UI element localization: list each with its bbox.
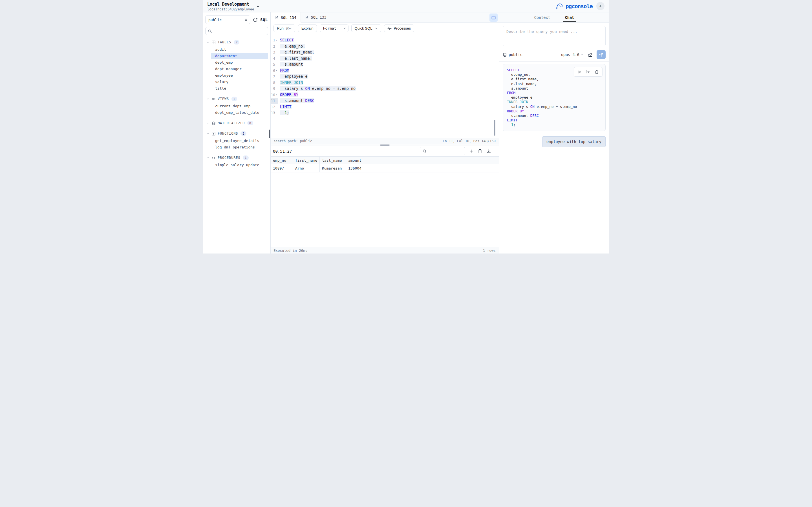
processes-button[interactable]: Processes — [384, 24, 414, 32]
sidebar-item-salary[interactable]: salary — [211, 78, 268, 85]
editor-line-2[interactable]: 2▾ e.emp_no, — [271, 43, 499, 50]
gutter-line-4[interactable]: 4▾ — [271, 55, 278, 62]
format-button[interactable]: Format — [320, 24, 349, 32]
sidebar-scrollbar[interactable] — [269, 129, 270, 138]
add-row-icon[interactable] — [469, 149, 474, 154]
results-search[interactable] — [420, 147, 465, 155]
editor-line-4[interactable]: 4▾ e.last_name, — [271, 55, 499, 62]
section-header-functions[interactable]: FUNCTIONS2 — [205, 130, 268, 137]
section-label: FUNCTIONS — [218, 131, 238, 135]
copy-sql-icon[interactable] — [595, 70, 599, 74]
column-header-last_name[interactable]: last_name — [320, 157, 346, 164]
fold-marker[interactable]: ▾ — [275, 37, 278, 43]
editor-line-11[interactable]: 11▾ s.amount DESC — [271, 98, 499, 104]
run-shortcut: ⌘↵ — [286, 26, 292, 31]
gutter-line-11[interactable]: 11▾ — [271, 98, 278, 104]
context-schema[interactable]: public — [503, 52, 522, 57]
gutter-line-8[interactable]: 8▾ — [271, 80, 278, 86]
schema-select[interactable]: public — [205, 15, 250, 24]
editor-line-5[interactable]: 5▾ s.amount — [271, 61, 499, 68]
gutter-line-5[interactable]: 5▾ — [271, 61, 278, 68]
editor-line-1[interactable]: 1▾SELECT — [271, 37, 499, 43]
sidebar-item-employee[interactable]: employee — [211, 72, 268, 78]
sidebar-item-audit[interactable]: audit — [211, 46, 268, 53]
section-header-views[interactable]: VIEWS2 — [205, 96, 268, 102]
run-sql-play-icon[interactable] — [577, 70, 581, 74]
editor-tab-sql-134[interactable]: SQL 134 — [271, 12, 301, 22]
sql-mode-label[interactable]: SQL — [260, 17, 268, 22]
section-header-procedures[interactable]: PROCEDURES1 — [205, 154, 268, 161]
section-header-tables[interactable]: TABLES7 — [205, 39, 268, 46]
fold-marker[interactable]: ▾ — [275, 92, 278, 98]
gutter-line-6[interactable]: 6▾ — [271, 68, 278, 74]
editor-line-3[interactable]: 3▾ e.first_name, — [271, 49, 499, 55]
editor-line-12[interactable]: 12▾LIMIT — [271, 104, 499, 110]
result-timer-tab[interactable]: 00:51:27 — [273, 149, 292, 154]
table-row[interactable]: 10897ArnoKumaresan136004 — [271, 164, 499, 172]
download-results-icon[interactable] — [486, 149, 491, 154]
gutter-line-3[interactable]: 3▾ — [271, 49, 278, 55]
sidebar-search-input[interactable] — [214, 29, 266, 33]
gutter-line-13[interactable]: 13▾ — [271, 110, 278, 116]
results-search-input[interactable] — [428, 149, 462, 153]
explain-button[interactable]: Explain — [298, 24, 317, 32]
sidebar-item-dept_emp[interactable]: dept_emp — [211, 59, 268, 66]
model-select[interactable]: opus-4.6 — [561, 52, 583, 57]
user-message[interactable]: employee with top salary — [542, 136, 606, 147]
table-cell[interactable]: Kumaresan — [320, 164, 346, 172]
sidebar-item-current_dept_emp[interactable]: current_dept_emp — [211, 103, 268, 109]
gutter-line-2[interactable]: 2▾ — [271, 43, 278, 50]
sidebar-item-dept_manager[interactable]: dept_manager — [211, 66, 268, 72]
split-view-button[interactable] — [490, 13, 498, 22]
editor-line-7[interactable]: 7▾ employee e — [271, 73, 499, 80]
avatar[interactable]: A — [596, 2, 605, 10]
gutter-line-1[interactable]: 1▾ — [271, 37, 278, 43]
clear-chat-eraser-icon[interactable] — [587, 52, 593, 57]
send-button[interactable] — [597, 50, 606, 59]
sidebar-search[interactable] — [205, 27, 268, 35]
ai-tab-context[interactable]: Context — [534, 12, 551, 22]
editor-line-13[interactable]: 13▾ 1; — [271, 110, 499, 116]
refresh-icon[interactable] — [253, 17, 258, 22]
editor-line-9[interactable]: 9▾ salary s ON e.emp_no = s.emp_no — [271, 86, 499, 92]
gutter-line-7[interactable]: 7▾ — [271, 73, 278, 80]
sidebar-item-department[interactable]: department — [211, 53, 268, 59]
editor-tab-sql-133[interactable]: SQL 133 — [301, 12, 331, 22]
fold-marker[interactable]: ▾ — [275, 68, 278, 74]
sidebar-item-log_dml_operations[interactable]: log_dml_operations — [211, 144, 268, 151]
connection-url: localhost:5432/employee — [207, 7, 260, 11]
drag-handle[interactable] — [380, 145, 390, 146]
sidebar-item-title[interactable]: title — [211, 85, 268, 92]
row-count: 1 rows — [483, 248, 496, 252]
chevron-down-icon[interactable] — [341, 25, 348, 32]
quick-sql-button[interactable]: Quick SQL — [351, 24, 382, 32]
section-label: TABLES — [218, 40, 231, 44]
gutter-line-12[interactable]: 12▾ — [271, 104, 278, 110]
table-cell[interactable]: 136004 — [346, 164, 368, 172]
column-header-amount[interactable]: amount — [346, 157, 368, 164]
run-button[interactable]: Run ⌘↵ — [273, 24, 295, 32]
editor-line-6[interactable]: 6▾FROM — [271, 68, 499, 74]
editor-scrollbar[interactable] — [494, 120, 495, 136]
chat-input[interactable] — [503, 26, 606, 46]
column-header-first_name[interactable]: first_name — [293, 157, 320, 164]
sql-editor[interactable]: 1▾SELECT2▾ e.emp_no,3▾ e.first_name,4▾ e… — [271, 34, 499, 138]
section-header-materialized[interactable]: MATERIALIZED0 — [205, 120, 268, 126]
sidebar-section-views: VIEWS2current_dept_empdept_emp_latest_da… — [205, 96, 268, 116]
gutter-line-9[interactable]: 9▾ — [271, 86, 278, 92]
schema-select-value: public — [208, 18, 221, 22]
editor-line-10[interactable]: 10▾ORDER BY — [271, 92, 499, 98]
gutter-line-10[interactable]: 10▾ — [271, 92, 278, 98]
table-cell[interactable]: Arno — [293, 164, 320, 172]
editor-line-8[interactable]: 8▾INNER JOIN — [271, 80, 499, 86]
sidebar-item-get_employee_details[interactable]: get_employee_details — [211, 137, 268, 144]
table-cell[interactable]: 10897 — [271, 164, 293, 172]
panel-divider[interactable] — [271, 144, 499, 146]
editor-toolbar: Run ⌘↵ Explain Format Quick SQL — [271, 22, 499, 34]
copy-results-icon[interactable] — [477, 149, 483, 154]
column-header-emp_no[interactable]: emp_no — [271, 157, 293, 164]
ai-tab-chat[interactable]: Chat — [564, 12, 575, 22]
sidebar-item-simple_salary_update[interactable]: simple_salary_update — [211, 162, 268, 168]
sidebar-item-dept_emp_latest_date[interactable]: dept_emp_latest_date — [211, 109, 268, 116]
insert-to-editor-icon[interactable] — [586, 69, 591, 74]
